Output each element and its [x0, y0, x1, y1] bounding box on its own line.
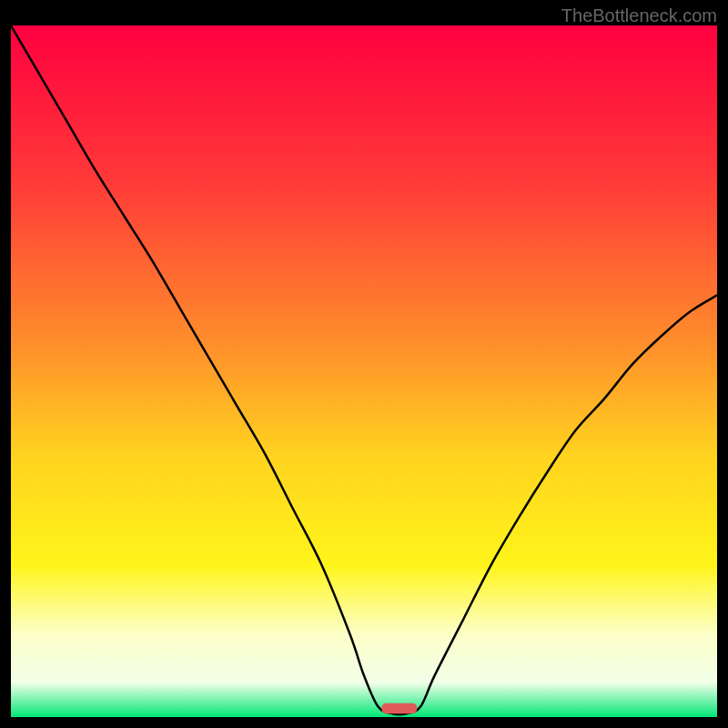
optimal-marker — [381, 703, 417, 713]
watermark: TheBottleneck.com — [561, 5, 717, 26]
gradient-background — [11, 25, 717, 717]
chart-plot-area — [11, 25, 717, 717]
